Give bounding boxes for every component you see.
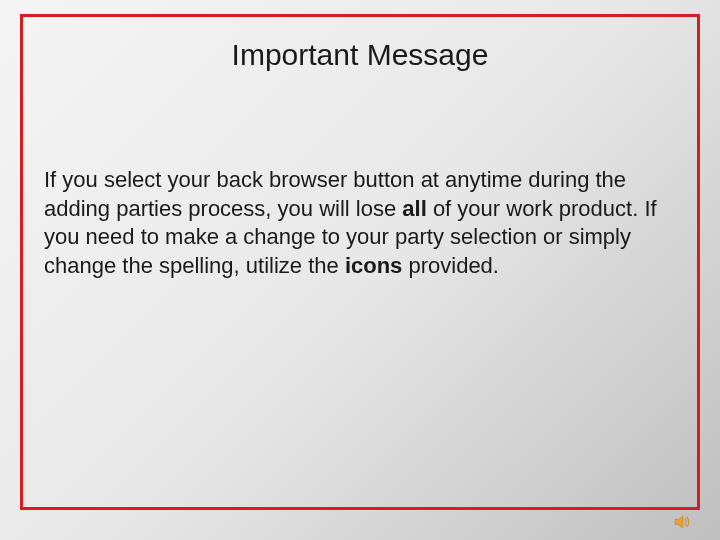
message-body: If you select your back browser button a… [44,166,676,280]
body-bold-icons: icons [345,253,402,278]
speaker-icon [674,514,692,530]
body-part3: provided. [402,253,499,278]
body-bold-all: all [402,196,426,221]
message-title: Important Message [0,38,720,72]
